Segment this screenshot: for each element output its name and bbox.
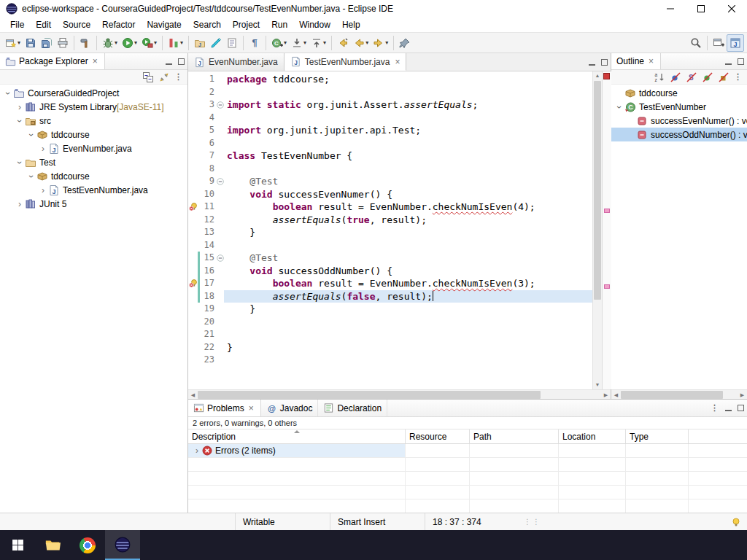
gutter-line-14[interactable]: 14: [188, 239, 224, 252]
gutter-line-15[interactable]: 15: [188, 252, 224, 265]
code-editor[interactable]: package tddcourse;import static org.juni…: [224, 71, 592, 389]
menu-window[interactable]: Window: [293, 18, 336, 31]
run-external-tools-button[interactable]: ▾: [139, 34, 159, 52]
scrollbar-thumb[interactable]: [198, 391, 541, 399]
gutter-line-21[interactable]: 21: [188, 328, 224, 341]
next-annotation-button[interactable]: ▾: [289, 34, 309, 52]
package-explorer-tab[interactable]: Package Explorer ×: [0, 53, 105, 69]
code-line-16[interactable]: void successOddNumber() {: [224, 265, 592, 278]
minimize-button[interactable]: [655, 0, 686, 18]
gutter-line-2[interactable]: 2: [188, 86, 224, 99]
scroll-left-icon[interactable]: ◀: [188, 390, 198, 400]
view-menu-icon[interactable]: ⋮: [734, 72, 743, 82]
minimize-editor-button[interactable]: [589, 59, 595, 66]
sort-icon[interactable]: az: [654, 71, 665, 83]
run-button[interactable]: ▾: [120, 34, 139, 52]
overview-ruler[interactable]: [602, 71, 611, 389]
code-line-20[interactable]: [224, 316, 592, 329]
menu-project[interactable]: Project: [227, 18, 266, 31]
hide-local-types-icon[interactable]: [718, 71, 729, 83]
package-explorer-item-src[interactable]: ›src: [0, 114, 187, 128]
print-button[interactable]: [55, 34, 71, 52]
package-explorer-item-testevennumber-java[interactable]: ›JTestEvenNumber.java: [0, 183, 187, 197]
code-line-10[interactable]: void successEvenNumer() {: [224, 188, 592, 201]
expand-arrow-icon[interactable]: ›: [15, 199, 25, 209]
open-task-button[interactable]: [224, 34, 240, 52]
problems-view-tab-declaration[interactable]: Declaration: [318, 400, 387, 416]
gutter-line-1[interactable]: 1: [188, 73, 224, 86]
error-quickfix-icon[interactable]: [188, 279, 198, 288]
scroll-up-icon[interactable]: ▲: [593, 71, 602, 80]
maximize-view-button[interactable]: [738, 405, 744, 411]
code-line-18[interactable]: assertEquals(false, result);: [224, 290, 592, 303]
menu-navigate[interactable]: Navigate: [141, 18, 187, 31]
scrollbar-thumb[interactable]: [594, 81, 601, 300]
dropdown-caret-icon[interactable]: ▾: [303, 39, 306, 46]
column-header-resource[interactable]: Resource: [406, 429, 470, 443]
code-line-22[interactable]: }: [224, 341, 592, 354]
close-button[interactable]: [716, 0, 747, 18]
menu-search[interactable]: Search: [187, 18, 227, 31]
expand-arrow-icon[interactable]: ›: [15, 102, 25, 112]
package-explorer-item-tddcourse[interactable]: ›tddcourse: [0, 169, 187, 183]
gutter-line-10[interactable]: 10: [188, 188, 224, 201]
gutter-line-8[interactable]: 8: [188, 163, 224, 176]
coverage-button[interactable]: ▾: [166, 34, 185, 52]
gutter-line-13[interactable]: 13: [188, 226, 224, 239]
code-line-9[interactable]: @Test: [224, 175, 592, 188]
collapse-arrow-icon[interactable]: ›: [26, 130, 36, 140]
new-java-element-button[interactable]: C▾: [269, 34, 289, 52]
new-wizard-button[interactable]: ▾: [3, 34, 23, 52]
pin-editor-button[interactable]: [397, 34, 413, 52]
previous-annotation-button[interactable]: ▾: [309, 34, 328, 52]
gutter-line-9[interactable]: 9: [188, 175, 224, 188]
save-all-button[interactable]: [39, 34, 55, 52]
show-whitespace-button[interactable]: ¶: [247, 34, 263, 52]
menu-refactor[interactable]: Refactor: [96, 18, 141, 31]
gutter-line-16[interactable]: 16: [188, 265, 224, 278]
scroll-left-icon[interactable]: ◀: [611, 390, 621, 400]
close-view-icon[interactable]: ×: [91, 56, 99, 66]
dropdown-caret-icon[interactable]: ▾: [115, 39, 117, 46]
close-view-icon[interactable]: ×: [247, 403, 255, 413]
code-line-7[interactable]: class TestEvenNumber {: [224, 149, 592, 163]
collapse-arrow-icon[interactable]: ›: [614, 102, 624, 112]
scroll-down-icon[interactable]: ▼: [593, 381, 602, 389]
dropdown-caret-icon[interactable]: ▾: [385, 39, 388, 46]
overview-error-marker[interactable]: [604, 284, 610, 289]
outline-horizontal-scrollbar[interactable]: ◀ ▶: [611, 389, 747, 399]
forward-button[interactable]: ▾: [371, 34, 390, 52]
dropdown-caret-icon[interactable]: ▾: [365, 39, 368, 46]
taskbar-chrome-button[interactable]: [70, 530, 105, 560]
code-line-11[interactable]: boolean result = EvenNumber.checkNumIsEv…: [224, 201, 592, 214]
highlight-marker-button[interactable]: [208, 34, 224, 52]
dropdown-caret-icon[interactable]: ▾: [134, 39, 137, 46]
save-file-button[interactable]: [23, 34, 39, 52]
hide-fields-icon[interactable]: [670, 71, 681, 83]
outline-item-successevennumer-void[interactable]: successEvenNumer() : void: [611, 114, 747, 128]
gutter-line-7[interactable]: 7: [188, 149, 224, 163]
fold-collapse-icon[interactable]: [216, 178, 224, 185]
editor-tab-testevennumber-java[interactable]: JTestEvenNumber.java×: [285, 53, 407, 71]
open-perspective-button[interactable]: [711, 34, 727, 52]
editor-vertical-scrollbar[interactable]: ▲ ▼: [592, 71, 602, 389]
collapse-arrow-icon[interactable]: ›: [15, 158, 25, 168]
fold-collapse-icon[interactable]: [216, 101, 224, 109]
taskbar-eclipse-button[interactable]: [105, 530, 140, 560]
build-all-button[interactable]: [77, 34, 93, 52]
dropdown-caret-icon[interactable]: ▾: [323, 39, 326, 46]
problems-view-tab-problems[interactable]: Problems×: [188, 400, 261, 416]
maximize-button[interactable]: [686, 0, 716, 18]
link-with-editor-icon[interactable]: [158, 71, 170, 83]
dropdown-caret-icon[interactable]: ▾: [284, 39, 287, 46]
hide-static-members-icon[interactable]: S: [686, 71, 697, 83]
code-line-6[interactable]: [224, 137, 592, 150]
error-quickfix-icon[interactable]: [188, 202, 198, 211]
scroll-right-icon[interactable]: ▶: [601, 390, 611, 400]
editor-tab-evennumber-java[interactable]: JEvenNumber.java: [188, 53, 285, 71]
search-button[interactable]: [688, 34, 704, 52]
code-line-2[interactable]: [224, 86, 592, 99]
gutter-line-22[interactable]: 22: [188, 341, 224, 354]
column-header-location[interactable]: Location: [559, 429, 626, 443]
collapse-arrow-icon[interactable]: ›: [15, 116, 25, 126]
